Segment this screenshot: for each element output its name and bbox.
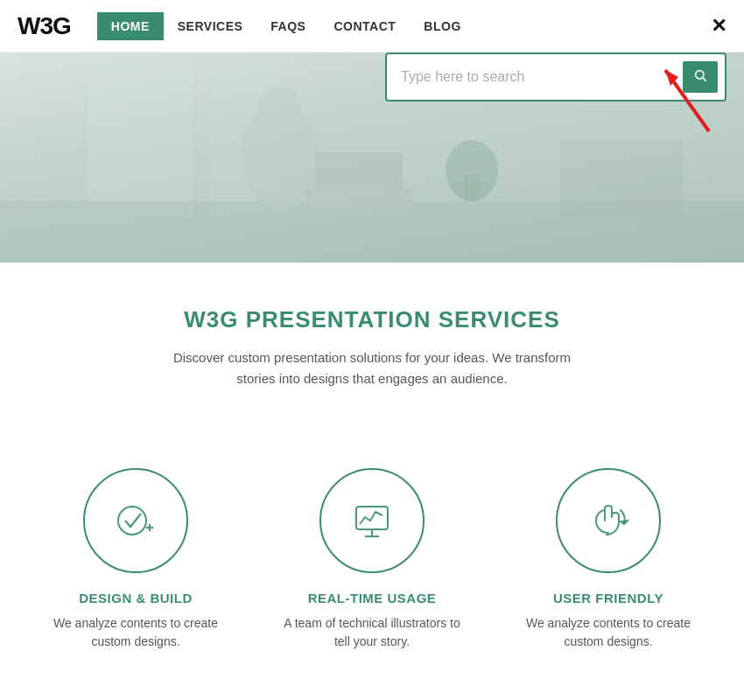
feature-desc-realtime: A team of technical illustrators to tell… xyxy=(276,614,468,651)
chart-monitor-icon xyxy=(349,498,395,543)
search-icon xyxy=(693,68,707,82)
feature-design-build: DESIGN & BUILD We analyze contents to cr… xyxy=(39,468,232,651)
feature-desc-user-friendly: We analyze contents to create custom des… xyxy=(512,614,705,651)
user-friendly-icon-wrap xyxy=(556,468,661,573)
feature-title-realtime: REAL-TIME USAGE xyxy=(308,591,437,606)
feature-user-friendly: USER FRIENDLY We analyze contents to cre… xyxy=(512,468,705,651)
hand-touch-icon xyxy=(586,498,631,543)
check-plus-icon xyxy=(113,498,158,543)
svg-point-8 xyxy=(258,85,302,134)
nav-links: HOME SERVICES FAQS CONTACT BLOG xyxy=(97,12,726,40)
nav-item-blog[interactable]: BLOG xyxy=(410,12,474,40)
design-build-icon-wrap xyxy=(83,468,188,573)
feature-realtime: REAL-TIME USAGE A team of technical illu… xyxy=(276,468,468,651)
svg-rect-13 xyxy=(560,140,683,219)
svg-line-1 xyxy=(703,78,705,80)
search-dropdown xyxy=(385,52,726,102)
section-description: Discover custom presentation solutions f… xyxy=(162,347,582,389)
search-input[interactable] xyxy=(394,64,683,90)
section-title: W3G PRESENTATION SERVICES xyxy=(18,306,726,333)
svg-rect-9 xyxy=(306,188,411,201)
svg-point-12 xyxy=(446,140,498,201)
svg-rect-10 xyxy=(315,153,403,190)
svg-point-14 xyxy=(118,507,146,535)
nav-item-faqs[interactable]: FAQS xyxy=(256,12,319,40)
svg-point-0 xyxy=(696,71,704,79)
svg-rect-4 xyxy=(88,61,193,219)
navbar: W3G HOME SERVICES FAQS CONTACT BLOG ✕ xyxy=(0,0,744,52)
svg-marker-20 xyxy=(621,521,628,524)
nav-item-services[interactable]: SERVICES xyxy=(164,12,257,40)
close-icon[interactable]: ✕ xyxy=(711,15,726,38)
realtime-icon-wrap xyxy=(319,468,425,573)
feature-title-design-build: DESIGN & BUILD xyxy=(79,591,193,606)
features-section: DESIGN & BUILD We analyze contents to cr… xyxy=(0,468,744,686)
nav-item-home[interactable]: HOME xyxy=(97,12,164,40)
feature-desc-design-build: We analyze contents to create custom des… xyxy=(39,614,232,651)
content-section: W3G PRESENTATION SERVICES Discover custo… xyxy=(0,262,744,468)
logo[interactable]: W3G xyxy=(18,12,71,40)
search-button[interactable] xyxy=(683,61,718,93)
nav-item-contact[interactable]: CONTACT xyxy=(319,12,410,40)
feature-title-user-friendly: USER FRIENDLY xyxy=(553,591,663,606)
